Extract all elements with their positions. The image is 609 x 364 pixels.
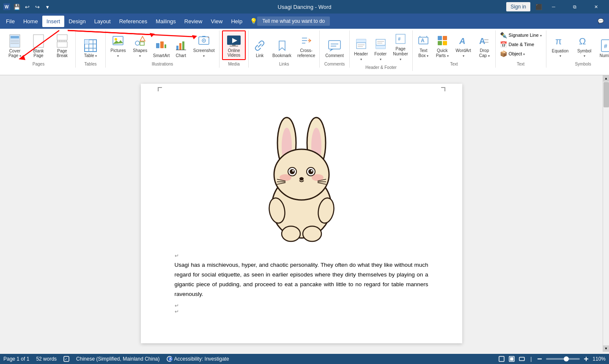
minimize-button[interactable]: ─ <box>544 0 563 14</box>
quick-parts-button[interactable]: QuickParts ▾ <box>433 32 451 60</box>
menu-view[interactable]: View <box>206 16 227 27</box>
scroll-down-button[interactable]: ▼ <box>603 345 609 352</box>
page-break-button[interactable]: PageBreak <box>51 31 74 60</box>
web-layout-icon[interactable] <box>518 356 525 362</box>
online-videos-button[interactable]: OnlineVideos <box>222 30 246 60</box>
screenshot-button[interactable]: + Screenshot ▾ <box>190 32 217 60</box>
text-right-group-label: Text <box>497 61 544 68</box>
svg-point-93 <box>299 177 304 181</box>
document-body-text[interactable]: Usagi has a mischievous, hyper, and chao… <box>175 260 428 299</box>
zoom-thumb[interactable] <box>564 356 569 361</box>
svg-marker-20 <box>140 36 145 41</box>
document-page[interactable]: ↵ Usagi has a mischievous, hyper, and ch… <box>0 75 603 352</box>
zoom-separator: | <box>530 356 532 362</box>
svg-marker-38 <box>279 41 285 50</box>
date-time-button[interactable]: 📅 Date & Time <box>498 40 544 49</box>
smartart-button[interactable]: SmartArt <box>151 37 172 60</box>
undo-icon[interactable]: ↩ <box>24 3 30 10</box>
read-mode-icon[interactable] <box>498 356 505 362</box>
ribbon-group-headerfooter: Header ▾ Footer ▾ # PageNumber ▾ <box>350 30 413 71</box>
share-icon[interactable]: 💬 <box>598 18 604 24</box>
bookmark-button[interactable]: Bookmark <box>270 37 294 60</box>
menu-insert[interactable]: Insert <box>42 16 65 27</box>
svg-point-91 <box>308 169 313 174</box>
header-button[interactable]: Header ▾ <box>351 36 371 63</box>
comment-button[interactable]: Comment <box>322 36 346 60</box>
menu-help[interactable]: Help <box>227 16 247 27</box>
para-mark-2: ↵ <box>175 303 428 309</box>
svg-point-88 <box>290 169 295 174</box>
status-bar: Page 1 of 1 52 words ✓ Chinese (Simplifi… <box>0 354 609 364</box>
menu-layout[interactable]: Layout <box>90 16 115 27</box>
scroll-thumb[interactable] <box>604 82 609 107</box>
chart-button[interactable]: Chart <box>172 37 189 60</box>
svg-text:♿: ♿ <box>168 357 173 361</box>
quick-parts-icon <box>436 34 449 47</box>
svg-rect-3 <box>11 36 19 38</box>
svg-text:A: A <box>479 36 485 46</box>
ribbon-display-icon[interactable]: ⬛ <box>535 3 542 10</box>
accessibility-icon: ♿ <box>167 356 173 362</box>
document-area: ↵ Usagi has a mischievous, hyper, and ch… <box>0 75 609 352</box>
redo-icon[interactable]: ↪ <box>34 3 41 10</box>
illustrations-group-label: Illustrations <box>107 61 217 68</box>
signature-line-button[interactable]: ✒️ Signature Line ▾ <box>498 30 544 40</box>
accessibility-container: ♿ Accessibility: Investigate <box>167 356 229 362</box>
scroll-track[interactable] <box>603 82 609 345</box>
tell-me-input[interactable]: Tell me what you want to do <box>257 16 330 26</box>
footer-button[interactable]: Footer ▾ <box>372 36 390 63</box>
table-label: Table ▾ <box>84 53 97 58</box>
scroll-up-button[interactable]: ▲ <box>603 75 609 82</box>
ribbon-group-illustrations: Pictures ▾ Shapes ▾ SmartArt <box>106 30 219 68</box>
link-button[interactable]: Link <box>250 37 269 60</box>
equation-button[interactable]: π Equation ▾ <box>548 31 573 60</box>
ribbon-group-comments: Comment Comments <box>320 30 349 68</box>
svg-point-104 <box>282 226 300 241</box>
cover-page-button[interactable]: CoverPage ▾ <box>3 31 26 60</box>
save-icon[interactable]: 💾 <box>14 3 20 10</box>
menu-design[interactable]: Design <box>64 16 90 27</box>
menu-review[interactable]: Review <box>180 16 207 27</box>
svg-rect-8 <box>57 35 67 40</box>
number-button[interactable]: # Number <box>596 36 609 60</box>
wordart-button[interactable]: A WordArt ▾ <box>452 32 475 60</box>
customize-icon[interactable]: ▾ <box>44 3 51 10</box>
svg-text:W: W <box>5 5 9 9</box>
drop-cap-button[interactable]: A DropCap ▾ <box>475 32 493 60</box>
number-label: Number <box>600 53 609 58</box>
svg-rect-110 <box>499 356 504 361</box>
svg-rect-26 <box>179 43 181 50</box>
table-button[interactable]: Table ▾ <box>79 36 102 60</box>
menu-file[interactable]: File <box>2 16 19 27</box>
word-icon: W <box>3 3 10 10</box>
page-number-button[interactable]: # PageNumber ▾ <box>390 30 411 63</box>
menu-mailings[interactable]: Mailings <box>151 16 180 27</box>
zoom-slider[interactable] <box>546 358 580 360</box>
sign-in-button[interactable]: Sign in <box>506 2 530 11</box>
drop-cap-label: DropCap ▾ <box>479 48 490 58</box>
pictures-label: Pictures ▾ <box>110 48 126 58</box>
cross-reference-button[interactable]: Cross-reference <box>295 32 318 60</box>
svg-point-92 <box>311 170 313 172</box>
vertical-scrollbar[interactable]: ▲ ▼ <box>603 75 609 352</box>
text-box-button[interactable]: A TextBox ▾ <box>414 32 432 60</box>
pictures-button[interactable]: Pictures ▾ <box>107 32 129 60</box>
link-icon <box>253 39 266 52</box>
svg-rect-65 <box>438 41 442 45</box>
object-button[interactable]: 📦 Object ▾ <box>498 49 544 58</box>
print-layout-icon[interactable] <box>508 356 515 362</box>
page-number-label: PageNumber ▾ <box>393 47 408 62</box>
blank-page-button[interactable]: BlankPage <box>27 31 50 60</box>
chart-label: Chart <box>176 53 186 58</box>
zoom-in-button[interactable] <box>583 356 589 362</box>
zoom-out-button[interactable] <box>537 356 543 362</box>
footer-label: Footer ▾ <box>374 52 387 62</box>
symbol-button[interactable]: Ω Symbol ▾ <box>573 31 595 60</box>
symbol-icon: Ω <box>576 33 593 49</box>
close-button[interactable]: ✕ <box>586 0 606 14</box>
menu-home[interactable]: Home <box>19 16 42 27</box>
menu-references[interactable]: References <box>115 16 151 27</box>
restore-button[interactable]: ⧉ <box>565 0 584 14</box>
shapes-button[interactable]: Shapes ▾ <box>130 32 151 60</box>
chart-icon <box>174 39 188 52</box>
